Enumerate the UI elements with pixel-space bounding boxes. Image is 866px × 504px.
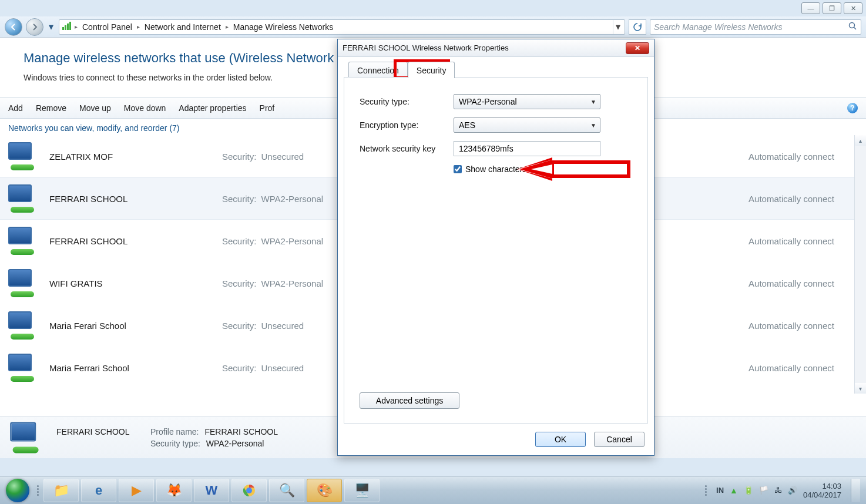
address-bar[interactable]: ▸ Control Panel ▸ Network and Internet ▸… <box>59 19 625 35</box>
network-name: ZELATRIX MOF <box>49 152 214 162</box>
svg-point-4 <box>850 23 855 28</box>
network-tray-icon[interactable]: 🖧 <box>774 486 782 495</box>
taskbar-grip-icon <box>35 479 42 502</box>
maximize-button[interactable]: ❐ <box>823 2 841 14</box>
network-security-label: Security: <box>222 152 256 162</box>
network-name: FERRARI SCHOOL <box>49 194 214 204</box>
help-icon[interactable]: ? <box>847 103 858 113</box>
network-security-value: WPA2-Personal <box>261 194 324 204</box>
tray-time: 14:03 <box>803 482 841 490</box>
show-desktop-button[interactable] <box>851 479 860 502</box>
breadcrumb-control-panel[interactable]: Control Panel <box>80 21 135 33</box>
details-sectype-label: Security type: <box>150 439 200 448</box>
forward-button[interactable] <box>26 18 43 36</box>
taskbar-control-panel[interactable]: 🖥️ <box>344 479 380 502</box>
details-profile-label: Profile name: <box>150 427 199 436</box>
scroll-down-icon[interactable]: ▾ <box>855 383 866 394</box>
toolbar-remove[interactable]: Remove <box>36 103 66 113</box>
window-close-button[interactable]: ✕ <box>844 2 862 14</box>
tray-clock[interactable]: 14:03 04/04/2017 <box>803 482 841 499</box>
chevron-right-icon: ▸ <box>137 23 140 30</box>
details-profile-value: FERRARI SCHOOL <box>204 427 277 436</box>
back-button[interactable] <box>5 18 22 36</box>
toolbar-adapter-properties[interactable]: Adapter properties <box>179 103 246 113</box>
minimize-button[interactable]: — <box>801 2 820 14</box>
search-input[interactable]: Search Manage Wireless Networks <box>650 19 861 35</box>
taskbar-explorer[interactable]: 📁 <box>43 479 79 502</box>
taskbar-magnifier[interactable]: 🔍 <box>269 479 304 502</box>
list-scrollbar[interactable]: ▴ ▾ <box>854 135 866 394</box>
toolbar-add[interactable]: Add <box>8 103 23 113</box>
window-controls: — ❐ ✕ <box>801 2 862 14</box>
dialog-close-button[interactable]: ✕ <box>626 42 649 54</box>
breadcrumb-network-internet[interactable]: Network and Internet <box>142 21 223 33</box>
show-characters-label: Show characters <box>465 164 526 174</box>
svg-rect-0 <box>62 27 64 30</box>
search-placeholder: Search Manage Wireless Networks <box>654 22 783 32</box>
scroll-up-icon[interactable]: ▴ <box>855 135 866 146</box>
details-network-name: FERRARI SCHOOL <box>56 427 145 436</box>
history-dropdown-icon[interactable]: ▾ <box>47 21 55 32</box>
network-auto-connect: Automatically connect <box>748 363 858 373</box>
taskbar-ie[interactable]: e <box>81 479 116 502</box>
breadcrumb-manage-wireless[interactable]: Manage Wireless Networks <box>231 21 335 33</box>
taskbar-wmp[interactable]: ▶ <box>119 479 154 502</box>
network-icon <box>8 354 41 382</box>
svg-rect-2 <box>67 23 69 30</box>
chevron-down-icon: ▼ <box>590 99 596 105</box>
network-icon <box>8 269 41 297</box>
windows-orb-icon <box>6 479 29 502</box>
language-indicator[interactable]: IN <box>716 486 724 495</box>
network-auto-connect: Automatically connect <box>748 321 858 331</box>
taskbar-grip-icon <box>703 479 710 502</box>
security-type-label: Security type: <box>360 97 454 106</box>
network-name: FERRARI SCHOOL <box>49 236 214 246</box>
search-icon <box>848 21 857 32</box>
show-characters-checkbox[interactable] <box>454 165 462 173</box>
address-dropdown-icon[interactable]: ▾ <box>613 20 622 34</box>
chevron-right-icon: ▸ <box>226 23 229 30</box>
encryption-type-label: Encryption type: <box>360 120 454 130</box>
network-auto-connect: Automatically connect <box>748 236 858 246</box>
toolbar-move-down[interactable]: Move down <box>124 103 166 113</box>
encryption-type-value: AES <box>459 120 475 130</box>
tray-up-icon[interactable]: ▲ <box>730 486 738 495</box>
network-name: Maria Ferrari School <box>49 363 214 373</box>
svg-rect-1 <box>65 25 66 30</box>
security-type-value: WPA2-Personal <box>459 97 517 106</box>
cancel-button[interactable]: Cancel <box>594 432 645 447</box>
svg-rect-3 <box>69 22 71 30</box>
network-icon <box>8 227 41 255</box>
ok-button[interactable]: OK <box>535 432 586 447</box>
system-tray: IN ▲ 🔋 🏳️ 🖧 🔊 14:03 04/04/2017 <box>703 479 866 502</box>
network-security-value: Unsecured <box>261 321 304 331</box>
taskbar-firefox[interactable]: 🦊 <box>156 479 192 502</box>
navigation-bar: ▾ ▸ Control Panel ▸ Network and Internet… <box>0 16 866 38</box>
chevron-down-icon: ▼ <box>590 122 596 129</box>
dialog-titlebar: FERRARI SCHOOL Wireless Network Properti… <box>338 39 654 57</box>
flag-icon[interactable]: 🏳️ <box>759 486 768 495</box>
advanced-settings-button[interactable]: Advanced settings <box>360 392 459 409</box>
network-auto-connect: Automatically connect <box>748 152 858 162</box>
dialog-title: FERRARI SCHOOL Wireless Network Properti… <box>343 43 509 52</box>
taskbar-word[interactable]: W <box>194 479 229 502</box>
toolbar-profile-types[interactable]: Prof <box>260 103 275 113</box>
encryption-type-combo[interactable]: AES ▼ <box>454 117 600 133</box>
toolbar-move-up[interactable]: Move up <box>79 103 111 113</box>
dialog-buttons: OK Cancel <box>535 432 645 447</box>
network-security-value: Unsecured <box>261 152 304 162</box>
refresh-button[interactable] <box>629 19 646 35</box>
tab-connection[interactable]: Connection <box>348 62 408 78</box>
start-button[interactable] <box>0 476 35 505</box>
taskbar-paint[interactable]: 🎨 <box>307 479 342 502</box>
taskbar-chrome[interactable] <box>231 479 267 502</box>
dialog-tabs: Connection Security <box>338 57 654 78</box>
network-auto-connect: Automatically connect <box>748 194 858 204</box>
tab-security[interactable]: Security <box>408 62 455 78</box>
security-key-input[interactable] <box>454 141 600 156</box>
security-type-combo[interactable]: WPA2-Personal ▼ <box>454 94 600 109</box>
svg-line-5 <box>854 28 857 30</box>
network-security-value: Unsecured <box>261 363 304 373</box>
battery-icon[interactable]: 🔋 <box>744 486 753 495</box>
volume-icon[interactable]: 🔊 <box>788 486 797 495</box>
